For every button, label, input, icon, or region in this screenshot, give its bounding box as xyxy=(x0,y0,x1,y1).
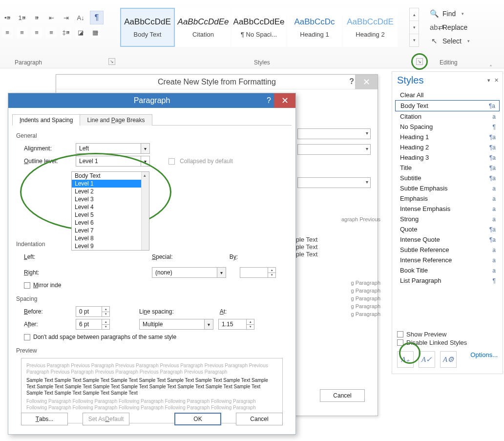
style-row-list-paragraph[interactable]: List Paragraph¶ xyxy=(395,275,500,286)
style-row-strong[interactable]: Stronga xyxy=(395,214,500,224)
create-style-field1[interactable] xyxy=(297,128,371,139)
pane-dropdown-icon[interactable]: ▾ xyxy=(487,77,490,84)
dropdown-scrollbar[interactable] xyxy=(141,172,149,250)
close-button[interactable]: ✕ xyxy=(274,93,295,108)
style-tile-heading-1[interactable]: AaBbCcDcHeading 1 xyxy=(287,8,342,47)
outline-option-level-5[interactable]: Level 5 xyxy=(72,211,149,219)
gallery-more-icon[interactable]: ▾ xyxy=(410,34,419,46)
create-style-field2[interactable] xyxy=(297,144,371,155)
style-row-heading-1[interactable]: Heading 1¶a xyxy=(395,132,500,142)
by-spinner[interactable]: ▴▾ xyxy=(240,267,276,278)
ribbon: •≡▾ 1≡▾ ≡▾ ⇤ ⇥ A↓ ¶ ≡ ≡ ≡ ≡ ‡≡▾ ◪▾ ▦▾ Aa… xyxy=(0,0,504,68)
after-spinner[interactable]: 6 pt▴▾ xyxy=(76,319,110,330)
replace-button[interactable]: ab⇄Replace xyxy=(428,21,501,34)
dont-add-space-checkbox[interactable]: Don't add space between paragraphs of th… xyxy=(24,334,292,340)
style-row-emphasis[interactable]: Emphasisa xyxy=(395,193,500,204)
numbering-dropdown[interactable]: 1≡▾ xyxy=(17,12,27,23)
align-justify-button[interactable]: ≡ xyxy=(46,27,57,38)
tab-line-page-breaks[interactable]: Line and Page Breaks xyxy=(80,114,152,126)
outline-level-combo[interactable]: Level 1▾ xyxy=(76,156,150,167)
manage-styles-button[interactable]: A⚙ xyxy=(440,351,457,368)
align-left-button[interactable]: ≡ xyxy=(2,27,13,38)
disable-linked-checkbox[interactable]: Disable Linked Styles xyxy=(397,339,498,346)
mirror-indents-checkbox[interactable]: Mirror inde xyxy=(24,282,292,289)
style-row-subtle-emphasis[interactable]: Subtle Emphasisa xyxy=(395,183,500,193)
tabs-button[interactable]: Tabs... xyxy=(21,413,68,425)
outline-option-level-4[interactable]: Level 4 xyxy=(72,203,149,211)
outline-option-level-8[interactable]: Level 8 xyxy=(72,234,149,242)
show-hide-paragraph-button[interactable]: ¶ xyxy=(90,11,104,24)
create-style-field3[interactable] xyxy=(297,177,371,188)
decrease-indent-button[interactable]: ⇤ xyxy=(46,12,57,23)
cancel-button[interactable]: Cancel xyxy=(236,413,283,425)
group-label-paragraph: Paragraph xyxy=(15,59,42,66)
shading-dropdown[interactable]: ◪▾ xyxy=(75,27,86,38)
paragraph-dialog-launcher[interactable]: ↘ xyxy=(108,58,115,65)
outline-option-level-1[interactable]: Level 1 xyxy=(72,180,149,188)
close-button[interactable]: ✕ xyxy=(355,75,378,89)
select-button[interactable]: ↖Select▾ xyxy=(428,34,501,48)
style-row-heading-2[interactable]: Heading 2¶a xyxy=(395,142,500,152)
styles-gallery[interactable]: AaBbCcDdEBody TextAaBbCcDdEeCitationAaBb… xyxy=(120,8,398,47)
style-row-subtitle[interactable]: Subtitle¶a xyxy=(395,173,500,183)
collapse-ribbon-icon[interactable]: ˄ xyxy=(489,64,496,71)
sort-button[interactable]: A↓ xyxy=(75,12,86,23)
outline-option-level-6[interactable]: Level 6 xyxy=(72,219,149,227)
gallery-up-icon[interactable]: ▴ xyxy=(410,8,419,21)
help-icon[interactable]: ? xyxy=(349,77,354,86)
style-row-clear-all[interactable]: Clear All xyxy=(395,90,500,100)
pane-close-icon[interactable]: ✕ xyxy=(494,77,499,84)
help-icon[interactable]: ? xyxy=(267,96,271,105)
section-preview: Preview xyxy=(16,347,292,354)
outline-option-level-3[interactable]: Level 3 xyxy=(72,195,149,203)
style-inspector-button[interactable]: A✓ xyxy=(419,351,435,368)
create-style-cancel-button[interactable]: Cancel xyxy=(320,389,365,402)
style-tile-body-text[interactable]: AaBbCcDdEBody Text xyxy=(120,8,175,47)
style-row-subtle-reference[interactable]: Subtle Referencea xyxy=(395,245,500,255)
style-row-intense-emphasis[interactable]: Intense Emphasisa xyxy=(395,204,500,214)
set-default-button[interactable]: Set As Default xyxy=(83,413,129,425)
outline-option-level-7[interactable]: Level 7 xyxy=(72,227,149,234)
style-row-intense-quote[interactable]: Intense Quote¶a xyxy=(395,234,500,245)
paragraph-tabs[interactable]: IIndents and Spacingndents and Spacing L… xyxy=(12,114,292,126)
special-indent-combo[interactable]: (none)▾ xyxy=(152,267,226,278)
alignment-combo[interactable]: Left▾ xyxy=(76,143,150,154)
paragraph-toolbar-row1: •≡▾ 1≡▾ ≡▾ ⇤ ⇥ A↓ ¶ xyxy=(2,11,104,24)
align-right-button[interactable]: ≡ xyxy=(31,27,42,38)
multilevel-dropdown[interactable]: ≡▾ xyxy=(31,12,42,23)
gallery-down-icon[interactable]: ▾ xyxy=(410,21,419,34)
style-row-no-spacing[interactable]: No Spacing¶ xyxy=(395,122,500,132)
find-button[interactable]: 🔍Find▾ xyxy=(428,7,501,21)
styles-gallery-scroll[interactable]: ▴ ▾ ▾ xyxy=(409,8,419,47)
outline-option-level-9[interactable]: Level 9 xyxy=(72,242,149,250)
at-spinner[interactable]: 1.15▴▾ xyxy=(218,319,254,330)
styles-pane-title: Styles xyxy=(397,75,423,86)
style-row-heading-3[interactable]: Heading 3¶a xyxy=(395,152,500,163)
tab-indents-spacing[interactable]: IIndents and Spacingndents and Spacing xyxy=(12,114,80,126)
align-center-button[interactable]: ≡ xyxy=(17,27,27,38)
style-row-citation[interactable]: Citationa xyxy=(395,111,500,122)
show-preview-checkbox[interactable]: Show Preview xyxy=(397,331,498,338)
style-row-intense-reference[interactable]: Intense Referencea xyxy=(395,255,500,265)
style-tile--no-spaci-[interactable]: AaBbCcDdEe¶ No Spaci... xyxy=(231,8,286,47)
style-row-quote[interactable]: Quote¶a xyxy=(395,224,500,234)
style-tile-heading-2[interactable]: AaBbCcDdEHeading 2 xyxy=(343,8,398,47)
styles-dialog-launcher[interactable]: ↘ xyxy=(416,58,423,65)
outline-level-dropdown[interactable]: Body TextLevel 1Level 2Level 3Level 4Lev… xyxy=(71,171,149,251)
borders-dropdown[interactable]: ▦▾ xyxy=(90,27,101,38)
styles-options-link[interactable]: Options... xyxy=(470,351,498,358)
before-spinner[interactable]: 0 pt▴▾ xyxy=(76,306,110,317)
outline-option-level-2[interactable]: Level 2 xyxy=(72,188,149,195)
increase-indent-button[interactable]: ⇥ xyxy=(61,12,71,23)
outline-option-body-text[interactable]: Body Text xyxy=(72,172,149,180)
style-tile-citation[interactable]: AaBbCcDdEeCitation xyxy=(176,8,231,47)
ok-button[interactable]: OK xyxy=(174,413,221,425)
new-style-button[interactable]: A₊ xyxy=(397,351,414,368)
style-row-book-title[interactable]: Book Titlea xyxy=(395,265,500,275)
style-row-title[interactable]: Title¶a xyxy=(395,163,500,173)
bullets-dropdown[interactable]: •≡▾ xyxy=(2,12,13,23)
line-spacing-dropdown[interactable]: ‡≡▾ xyxy=(61,27,71,38)
style-row-body-text[interactable]: Body Text¶a xyxy=(395,100,500,111)
line-spacing-combo[interactable]: Multiple▾ xyxy=(139,319,213,330)
styles-list[interactable]: Clear AllBody Text¶aCitationaNo Spacing¶… xyxy=(392,88,503,288)
